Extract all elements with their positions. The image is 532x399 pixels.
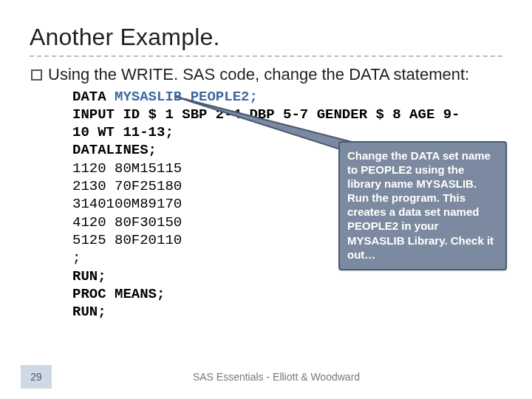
page-title: Another Example. [30,24,502,51]
code-semi: ; [72,250,81,266]
footer: 29 SAS Essentials - Elliott & Woodward [0,365,532,389]
square-bullet-icon [31,69,42,81]
code-run-1: RUN; [72,268,106,284]
code-data-3: 3140100M89170 [72,196,182,212]
bullet-item: Using the WRITE. SAS code, change the DA… [30,64,502,85]
code-data-4: 4120 80F30150 [72,214,182,231]
callout-text: Change the DATA set name to PEOPLE2 usin… [347,149,494,261]
bullet-text: Using the WRITE. SAS code, change the DA… [48,64,469,85]
code-area: DATA MYSASLIB.PEOPLE2; INPUT ID $ 1 SBP … [72,88,502,321]
code-proc-means: PROC MEANS; [72,286,165,302]
code-data-5: 5125 80F20110 [72,232,182,248]
code-data-1: 1120 80M15115 [72,160,182,177]
code-highlight: MYSASLIB.PEOPLE2; [115,89,258,105]
callout-box: Change the DATA set name to PEOPLE2 usin… [338,141,507,271]
code-run-2: RUN; [72,304,106,320]
code-line-2: INPUT ID $ 1 SBP 2-4 DBP 5-7 GENDER $ 8 … [72,106,460,140]
slide: Another Example. Using the WRITE. SAS co… [0,0,532,399]
code-line-3: DATALINES; [72,142,157,158]
code-line-1a: DATA [72,89,115,105]
title-divider [30,55,502,57]
footer-text: SAS Essentials - Elliott & Woodward [21,371,532,383]
code-data-2: 2130 70F25180 [72,178,182,194]
